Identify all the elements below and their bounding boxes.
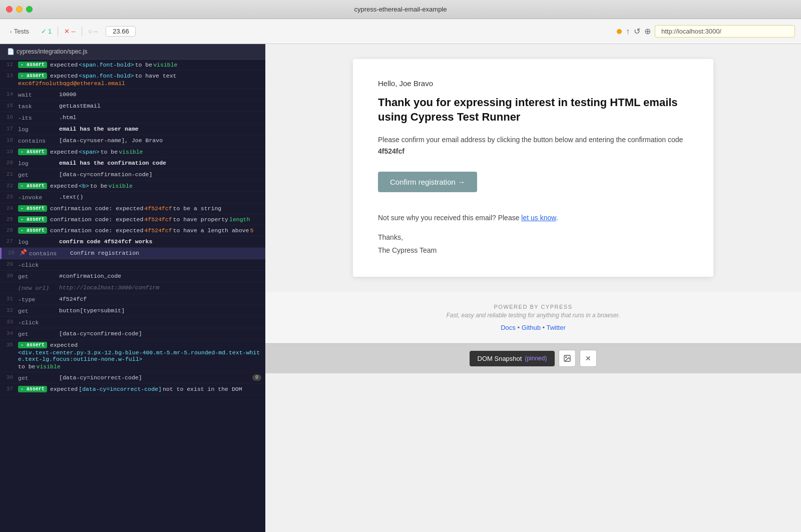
log-row: 21 get [data-cy=confirmation-code] [0,169,265,181]
checkmark-icon: ✓ [41,28,47,35]
maximize-button[interactable] [26,6,33,13]
log-row: 29 -click [0,259,265,271]
github-link[interactable]: Github [522,324,541,331]
log-row: 13 - assert expected <span.font-bold> to… [0,71,265,89]
toolbar: ‹ Tests ✓ 1 ✕ -- ○ -- 23.66 ↑ ↺ ⊕ [0,19,801,44]
snapshot-pinned-label: (pinned) [525,355,547,362]
log-row: 35 - assert expected <div.text-center.py… [0,340,265,372]
assert-badge: - assert [18,183,47,189]
url-bar[interactable]: http://localhost:3000/ [655,25,795,38]
snapshot-label: DOM Snapshot [478,355,522,362]
log-row: 20 log email has the confirmation code [0,158,265,169]
refresh-icon[interactable]: ↺ [634,27,640,36]
close-icon: ✕ [585,354,591,362]
snapshot-image-button[interactable] [559,350,576,367]
snapshot-close-button[interactable]: ✕ [580,350,597,367]
snapshot-badge: DOM Snapshot (pinned) [470,351,555,366]
log-row: 24 - assert confirmation code: expected … [0,203,265,214]
pending-count: -- [94,28,98,35]
tests-label: Tests [14,28,29,35]
content-area: 📄 cypress/integration/spec.js 12 - asser… [0,44,801,532]
log-row: 14 wait 10000 [0,89,265,101]
docs-link[interactable]: Docs [501,324,516,331]
assert-badge: - assert [18,62,47,68]
file-header: 📄 cypress/integration/spec.js [0,44,265,60]
chevron-left-icon: ‹ [10,29,12,35]
circle-icon: ○ [88,28,92,35]
settings-icon[interactable]: ⊕ [644,27,651,36]
window-title: cypress-ethereal-email-example [354,6,447,13]
up-arrow-icon[interactable]: ↑ [626,27,630,36]
log-row: 37 - assert expected [data-cy=incorrect-… [0,384,265,395]
log-row: 27 log confirm code 4f524fcf works [0,236,265,248]
let-us-know-link[interactable]: let us know [521,214,556,222]
stat-divider-2 [82,27,82,37]
titlebar: cypress-ethereal-email-example [0,0,801,19]
log-row: 31 -type 4f524fcf [0,294,265,305]
twitter-link[interactable]: Twitter [547,324,566,331]
powered-links: Docs • Github • Twitter [277,324,789,331]
confirmation-code: 4f524fcf [378,147,405,155]
pass-count: 1 [48,28,52,35]
email-body: Please confirm your email address by cli… [378,134,688,157]
log-row: 26 - assert confirmation code: expected … [0,225,265,236]
log-row: 12 - assert expected <span.font-bold> to… [0,60,265,71]
assert-badge: - assert [18,149,47,155]
email-signature: Thanks, The Cypress Team [378,231,688,256]
log-row: 33 -click [0,317,265,328]
email-preview: Hello, Joe Bravo Thank you for expressin… [353,59,713,277]
powered-title: POWERED BY CYPRESS [277,304,789,310]
test-panel: 📄 cypress/integration/spec.js 12 - asser… [0,44,265,532]
fail-stat: ✕ -- [64,28,76,35]
log-row: 16 -its .html [0,112,265,124]
pending-stat: ○ -- [88,28,98,35]
recording-indicator [617,29,622,34]
assert-badge: - assert [18,342,47,348]
log-row: 36 get [data-cy=incorrect-code] 0 [0,372,265,384]
file-path: cypress/integration/spec.js [17,48,87,55]
email-footer: Not sure why you received this email? Pl… [378,212,688,223]
powered-section: POWERED BY CYPRESS Fast, easy and reliab… [265,292,801,343]
pin-icon: 📌 [20,249,27,256]
tests-back-button[interactable]: ‹ Tests [6,26,33,37]
assert-badge: - assert [18,216,47,223]
toolbar-right: ↑ ↺ ⊕ http://localhost:3000/ [617,25,795,38]
log-row-sub-url: (new url) http://localhost:3000/confirm [0,282,265,294]
assert-badge: - assert [18,205,47,212]
log-row: 30 get #confirmation_code [0,271,265,282]
log-row: 19 - assert expected <span> to be visibl… [0,147,265,158]
assert-badge: - assert [18,73,47,79]
timer: 23.66 [106,26,136,37]
pass-stat: ✓ 1 [41,28,52,35]
log-row: 18 contains [data-cy=user-name], Joe Bra… [0,135,265,147]
confirm-registration-button[interactable]: Confirm registration → [378,172,477,192]
log-row: 17 log email has the user name [0,124,265,135]
log-row: 23 -invoke .text() [0,192,265,203]
log-row-pinned[interactable]: 28 📌 contains Confirm registration [0,248,265,259]
email-subject: Thank you for expressing interest in tes… [378,96,688,124]
minimize-button[interactable] [16,6,23,13]
log-row: 34 get [data-cy=confirmed-code] [0,328,265,340]
log-container[interactable]: 12 - assert expected <span.font-bold> to… [0,60,265,532]
fail-count: -- [71,28,76,35]
snapshot-bar: DOM Snapshot (pinned) ✕ [265,343,801,373]
log-row: 15 task getLastEmail [0,101,265,112]
traffic-lights [6,6,33,13]
log-row: 22 - assert expected <b> to be visible [0,181,265,192]
browser-panel: Hello, Joe Bravo Thank you for expressin… [265,44,801,532]
svg-point-1 [566,357,567,358]
assert-badge: - assert [18,386,47,392]
powered-sub: Fast, easy and reliable testing for anyt… [277,312,789,319]
log-row: 25 - assert confirmation code: expected … [0,214,265,225]
assert-badge: - assert [18,227,47,234]
file-icon: 📄 [7,48,15,55]
close-button[interactable] [6,6,13,13]
test-stats: ✓ 1 ✕ -- ○ -- [41,27,98,37]
email-greeting: Hello, Joe Bravo [378,79,688,88]
x-icon: ✕ [64,28,70,35]
stat-divider-1 [58,27,58,37]
log-row: 32 get button[type=submit] [0,305,265,317]
count-badge: 0 [252,374,261,381]
